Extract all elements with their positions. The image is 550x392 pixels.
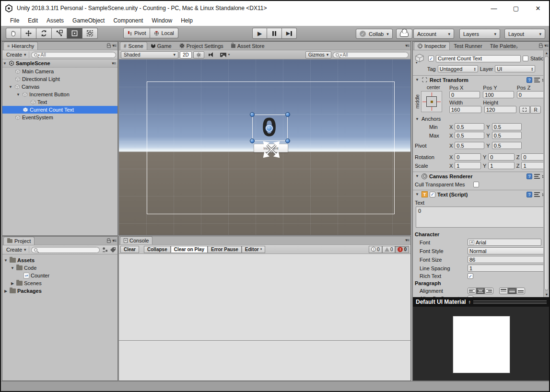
rotation-y-field[interactable]: 0 [488, 153, 515, 161]
anchor-max-x-field[interactable]: 0.5 [455, 132, 484, 139]
menu-help[interactable]: Help [176, 16, 197, 25]
rotation-x-field[interactable]: 0 [455, 153, 481, 161]
tab-scene[interactable]: # Scene [120, 42, 147, 50]
expand-arrow-icon[interactable]: ▼ [3, 258, 8, 263]
panel-menu-icon[interactable]: ▾≡ [544, 43, 548, 48]
tab-project-settings[interactable]: Project Settings [176, 42, 227, 50]
static-checkbox[interactable] [523, 56, 528, 61]
width-field[interactable]: 160 [449, 106, 481, 113]
hierarchy-item-increment-button[interactable]: ▼ Increment Button [2, 91, 117, 98]
expand-arrow-icon[interactable]: ▼ [16, 92, 21, 97]
minimize-button[interactable]: — [483, 1, 505, 15]
inspector-scrollbar[interactable]: ▲ ▼ [543, 50, 550, 297]
menu-gameobject[interactable]: GameObject [68, 16, 109, 25]
hierarchy-item-directional-light[interactable]: Directional Light [2, 75, 117, 83]
layers-dropdown[interactable]: Layers▾ [459, 29, 500, 39]
rect-handle-top-left[interactable] [250, 112, 255, 117]
anchors-foldout-arrow[interactable]: ▼ [415, 117, 420, 121]
gameobject-cube-icon[interactable]: ▾ [415, 53, 426, 64]
tab-inspector[interactable]: Inspector [414, 42, 450, 50]
material-preview-header[interactable]: Default UI Material ▲▼ [413, 297, 550, 307]
rect-transform-header[interactable]: ▼ Rect Transform ? [413, 75, 550, 84]
rect-handle-top-right[interactable] [285, 112, 290, 117]
tab-asset-store[interactable]: Asset Store [227, 42, 269, 50]
scale-tool-button[interactable] [52, 28, 67, 39]
gameobject-name-field[interactable]: Current Count Text [436, 55, 521, 62]
hierarchy-search-input[interactable]: ▾ All [31, 52, 116, 58]
rect-handle-bottom-right[interactable] [285, 138, 290, 143]
tab-hierarchy[interactable]: ≡ Hierarchy [3, 42, 38, 50]
project-item-packages[interactable]: ▶ Packages [2, 287, 117, 295]
line-spacing-field[interactable]: 1 [468, 265, 548, 272]
anchor-min-y-field[interactable]: 0.5 [492, 123, 522, 130]
effects-dropdown-button[interactable]: ▾ [217, 51, 233, 58]
tab-tile-palette[interactable]: Tile Palette [486, 42, 516, 50]
scene-root-row[interactable]: ▼ SampleScene ▾≡ [2, 59, 117, 68]
panel-menu-icon[interactable]: ▾≡ [405, 43, 409, 48]
panel-menu-icon[interactable]: ▾≡ [112, 238, 116, 243]
layout-dropdown[interactable]: Layout▾ [504, 29, 545, 39]
editor-dropdown-button[interactable]: Editor▾ [242, 246, 265, 253]
text-script-header[interactable]: ▼ T ✓ Text (Script) ? [413, 190, 550, 198]
audio-toggle-button[interactable] [206, 51, 216, 58]
transform-tool-button[interactable] [82, 28, 98, 39]
align-left-button[interactable] [468, 288, 476, 294]
help-icon[interactable]: ? [527, 173, 532, 179]
align-right-button[interactable] [485, 288, 493, 294]
step-button[interactable]: ▶ [282, 28, 297, 39]
rect-handle-bottom-left[interactable] [250, 138, 255, 143]
local-toggle-button[interactable]: Local [150, 28, 178, 38]
tab-overflow-chevron[interactable]: › [516, 45, 517, 50]
tag-dropdown[interactable]: Untagged▲▼ [438, 65, 478, 72]
hierarchy-item-eventsystem[interactable]: EventSystem [2, 114, 117, 121]
scale-y-field[interactable]: 1 [488, 162, 515, 169]
foldout-arrow-icon[interactable]: ▼ [415, 192, 420, 196]
cull-transparent-mesh-checkbox[interactable] [473, 182, 479, 187]
menu-edit[interactable]: Edit [23, 16, 42, 25]
anchor-preset-widget[interactable] [421, 91, 442, 112]
move-tool-button[interactable] [21, 28, 36, 39]
pivot-x-field[interactable]: 0.5 [455, 142, 484, 149]
align-center-button[interactable] [476, 288, 485, 294]
menu-window[interactable]: Window [147, 16, 176, 25]
lock-icon[interactable] [539, 45, 543, 48]
pause-button[interactable] [267, 28, 282, 39]
tab-test-runner[interactable]: Test Runner [450, 42, 486, 50]
error-count-toggle[interactable]: !0 [395, 246, 409, 253]
collapse-button[interactable]: Collapse [144, 246, 171, 253]
clear-on-play-button[interactable]: Clear on Play [171, 246, 208, 253]
scrollbar-thumb[interactable] [544, 56, 549, 290]
rect-tool-button[interactable] [67, 28, 82, 39]
project-create-button[interactable]: Create ▾ [4, 246, 29, 253]
align-middle-button[interactable] [508, 288, 516, 294]
help-icon[interactable]: ? [527, 192, 532, 197]
project-item-assets[interactable]: ▼ Assets [2, 256, 117, 264]
gizmos-dropdown[interactable]: Gizmos ▾ [305, 51, 331, 58]
pivot-toggle-button[interactable]: Pivot [123, 28, 150, 38]
project-item-counter[interactable]: c# Counter [2, 272, 117, 279]
align-top-button[interactable] [499, 288, 508, 294]
scale-x-field[interactable]: 1 [455, 162, 481, 169]
font-object-field[interactable]: A Arial [468, 239, 541, 246]
project-item-code[interactable]: ▼ Code [2, 264, 117, 272]
hierarchy-create-button[interactable]: Create ▾ [4, 51, 29, 58]
scene-options-icon[interactable]: ▾≡ [112, 61, 116, 66]
panel-menu-icon[interactable]: ▾≡ [405, 238, 409, 242]
2d-toggle-button[interactable]: 2D [180, 51, 192, 58]
tab-project[interactable]: Project [3, 237, 35, 245]
console-log-area[interactable] [119, 254, 410, 340]
tab-console[interactable]: Console [120, 236, 152, 244]
hierarchy-item-text[interactable]: Text [2, 98, 117, 106]
error-pause-button[interactable]: Error Pause [208, 246, 242, 253]
font-size-field[interactable]: 86 [468, 256, 548, 263]
hierarchy-item-current-count-text[interactable]: Current Count Text [2, 106, 117, 114]
collapse-arrow-icon[interactable]: ▶ [10, 281, 15, 286]
pivot-y-field[interactable]: 0.5 [492, 142, 522, 149]
play-button[interactable]: ▶ [252, 28, 267, 39]
favorites-icon[interactable] [102, 247, 108, 253]
foldout-arrow-icon[interactable]: ▼ [415, 78, 420, 82]
expand-arrow-icon[interactable]: ▼ [10, 266, 15, 270]
hierarchy-item-canvas[interactable]: ▼ Canvas [2, 83, 117, 91]
help-icon[interactable]: ? [527, 77, 532, 83]
expand-arrow-icon[interactable]: ▼ [8, 85, 13, 89]
